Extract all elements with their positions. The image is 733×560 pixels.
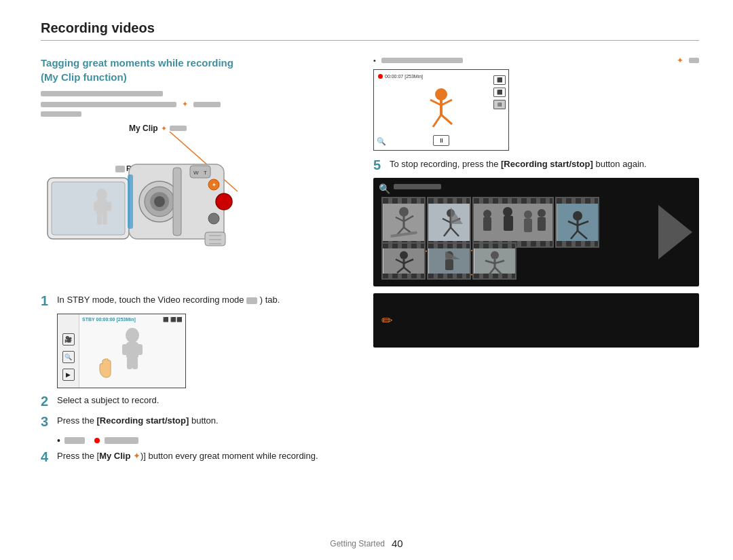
filmstrip-top: ▼	[381, 197, 599, 248]
svg-point-28	[126, 328, 139, 343]
step1-icon	[246, 297, 257, 304]
finger-icon	[96, 358, 117, 381]
right-blurred-1	[381, 58, 463, 63]
marker-arrow-2: ▼	[445, 197, 454, 200]
screen-mockup-2: 00:00:07 [253Min] ⬛ ⬛ ▤ 🔍	[373, 69, 509, 151]
screen-mockup-1: 🎥 🔍 ▶ STBY 00:00:00 [253Min] ⬛ ⬛⬛	[57, 314, 186, 388]
svg-line-37	[441, 100, 452, 105]
action-figure-svg	[414, 85, 468, 139]
step-2-text: Select a subject to record.	[57, 394, 353, 407]
page-divider	[41, 40, 699, 41]
step-5-number: 5	[373, 157, 386, 172]
page-title: Recording videos	[41, 20, 699, 36]
myclip-icon: ✦	[161, 124, 167, 133]
step5-bold: [Recording start/stop]	[501, 159, 593, 169]
film-frame-small-3	[472, 242, 516, 280]
svg-point-61	[524, 210, 532, 219]
left-column: Tagging great moments while recording(My…	[41, 56, 353, 540]
svg-point-14	[154, 196, 165, 207]
rec-dot-2	[378, 74, 383, 79]
screen-icon-3: ▶	[62, 369, 75, 381]
right-icon-bird: ✦	[677, 56, 683, 65]
frame3-svg	[474, 204, 552, 241]
step-2: 2 Select a subject to record.	[41, 394, 353, 409]
bottom-edit-icon: ✏	[381, 312, 393, 329]
frame-small2-svg	[429, 248, 470, 274]
screen-main-1: STBY 00:00:00 [253Min] ⬛ ⬛⬛	[79, 314, 185, 388]
svg-point-59	[503, 207, 512, 217]
blurred-text-2b	[193, 102, 221, 107]
svg-rect-60	[504, 216, 513, 231]
frame-small-inner-3	[474, 248, 515, 274]
svg-point-18	[216, 193, 232, 210]
person-svg-1	[115, 327, 149, 375]
svg-line-39	[441, 115, 452, 124]
step3-bullet-text	[64, 434, 138, 445]
myclip-text: My Clip	[129, 124, 158, 133]
step-4-text: Press the [My Clip ✦)] button every grea…	[57, 449, 353, 463]
right-top-line: • ✦	[373, 56, 699, 65]
filmstrip-label-blurred	[394, 184, 441, 189]
frame4-svg	[557, 204, 598, 241]
svg-line-38	[433, 115, 441, 127]
right-icon-3: ▤	[493, 100, 506, 109]
right-icon-1: ⬛	[493, 75, 506, 85]
filmstrip-zoom-icon: 🔍	[379, 183, 390, 194]
myclip-blurred	[170, 126, 187, 131]
svg-rect-22	[128, 174, 133, 229]
step3-bullet: •	[57, 434, 353, 447]
svg-rect-64	[538, 217, 546, 231]
frame2-svg	[429, 204, 470, 241]
screen-status-icons: ⬛ ⬛⬛	[163, 317, 183, 322]
bullet-blurred-2	[105, 437, 138, 444]
myclip-label: My Clip ✦	[129, 124, 187, 133]
svg-rect-8	[97, 214, 102, 225]
filmstrip-label-area	[394, 184, 441, 189]
svg-rect-30	[122, 344, 129, 355]
step-3-number: 3	[41, 414, 53, 429]
blurred-text-2	[41, 102, 176, 107]
film-frame-small-2	[427, 242, 471, 280]
svg-text:W: W	[193, 170, 199, 176]
camcorder-area: My Clip ✦ Recording start/stop	[41, 124, 353, 286]
right-icon-2: ⬛	[493, 88, 506, 97]
svg-point-34	[435, 88, 447, 100]
film-frame-small-1	[381, 242, 426, 280]
film-frame-3	[472, 197, 554, 248]
svg-rect-7	[106, 202, 111, 211]
footer: Getting Started 40	[0, 538, 733, 549]
step-1-text: In STBY mode, touch the Video recording …	[57, 293, 353, 307]
marker-arrow-4: ▼	[573, 197, 582, 200]
bullet-blurred-1	[64, 437, 85, 444]
film-frame-2: ▼	[427, 197, 471, 248]
screen-left-icons: 🎥 🔍 ▶	[58, 314, 79, 388]
frame-inner-3	[474, 204, 552, 241]
svg-rect-86	[445, 259, 453, 270]
step-4-number: 4	[41, 449, 53, 464]
svg-rect-6	[94, 202, 99, 211]
screen-status-stby: STBY 00:00:00 [253Min]	[82, 317, 136, 322]
content-area: Tagging great moments while recording(My…	[41, 56, 699, 540]
section-heading: Tagging great moments while recording(My…	[41, 56, 353, 84]
icon-star-blurred: ✦	[182, 100, 188, 109]
frame-inner-1	[383, 204, 424, 241]
svg-rect-23	[173, 168, 181, 236]
myclip-orange-icon: ✦	[133, 451, 140, 461]
svg-rect-9	[102, 214, 107, 225]
marker-arrow-1: ▼	[399, 197, 409, 200]
step-1: 1 In STBY mode, touch the Video recordin…	[41, 293, 353, 308]
svg-rect-32	[127, 357, 132, 369]
step-3: 3 Press the [Recording start/stop] butto…	[41, 414, 353, 429]
frame-small3-svg	[474, 248, 515, 274]
step-5: 5 To stop recording, press the [Recordin…	[373, 157, 699, 172]
bullet-dot-1: •	[57, 434, 60, 447]
filmstrip-area: 🔍	[373, 178, 699, 286]
step-2-number: 2	[41, 394, 53, 409]
right-column: • ✦ 00:00:07 [253Min] ⬛ ⬛ ▤ 🔍	[373, 56, 699, 540]
blurred-text-1	[41, 91, 163, 96]
svg-point-41	[399, 207, 409, 217]
frame-inner-4	[557, 204, 598, 241]
next-arrow	[658, 205, 692, 259]
pause-button[interactable]: ⏸	[433, 135, 449, 146]
rec-dot	[94, 438, 100, 443]
